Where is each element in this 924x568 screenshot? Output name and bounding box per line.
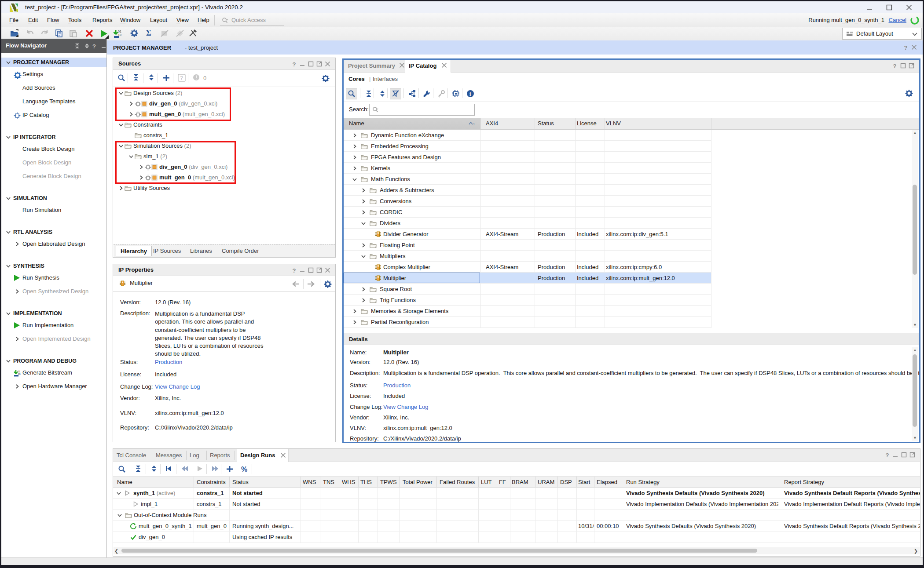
- sources-tree-item-Simulation Sources[interactable]: Simulation Sources (2): [114, 141, 335, 151]
- ipcat-info-button[interactable]: i: [465, 88, 476, 99]
- ipcat-row-floating-point[interactable]: Floating Point: [344, 240, 711, 251]
- runs-percent-button[interactable]: %: [241, 465, 249, 474]
- ipcat-row-dynamic-function-exchange[interactable]: Dynamic Function eXchange: [344, 130, 711, 141]
- ipcat-row-adders-subtracters[interactable]: Adders & Subtracters: [344, 185, 711, 196]
- ipcat-expand-all-button[interactable]: [377, 88, 388, 99]
- ipcat-settings-button[interactable]: [905, 89, 913, 98]
- ipcat-details-scrollbar[interactable]: ▲▼: [912, 347, 918, 441]
- runs-tab-log[interactable]: Log: [190, 449, 199, 462]
- layout-selector[interactable]: Default Layout: [842, 28, 922, 40]
- menu-tools[interactable]: Tools: [63, 13, 86, 27]
- chevron-right-icon[interactable]: [128, 112, 134, 117]
- chevron-down-icon[interactable]: [128, 154, 134, 159]
- flownav-item-open-synthesized-design[interactable]: Open Synthesized Design: [1, 287, 106, 296]
- tab-project-summary-close[interactable]: [399, 62, 405, 69]
- runs-column-tpws[interactable]: TPWS: [380, 477, 397, 488]
- redo-button[interactable]: [40, 29, 50, 39]
- ipcat-add-ip-button[interactable]: [407, 88, 418, 99]
- runs-tab-design-runs-close[interactable]: [280, 452, 286, 459]
- flownav-section-program-and-debug[interactable]: PROGRAM AND DEBUG: [1, 356, 106, 366]
- ipcat-row-fpga-features-and-design[interactable]: FPGA Features and Design: [344, 152, 711, 163]
- runs-column-uram[interactable]: URAM: [538, 477, 554, 488]
- chevron-right-icon[interactable]: [361, 199, 366, 204]
- runs-fast-forward-button[interactable]: [211, 465, 220, 474]
- flownav-item-generate-block-design[interactable]: Generate Block Design: [1, 171, 106, 181]
- menu-flow[interactable]: Flow: [42, 13, 64, 27]
- ipcat-row-conversions[interactable]: Conversions: [344, 196, 711, 207]
- menu-window[interactable]: Window: [115, 13, 145, 27]
- close-window-button[interactable]: [899, 1, 919, 13]
- runs-column-total-power[interactable]: Total Power: [403, 477, 433, 488]
- project-manager-close-button[interactable]: [910, 44, 918, 51]
- ipcat-row-kernels[interactable]: Kernels: [344, 163, 711, 174]
- flownav-section-project-manager[interactable]: PROJECT MANAGER: [1, 58, 106, 67]
- chevron-down-icon[interactable]: [118, 91, 124, 96]
- ipcat-search-button[interactable]: [346, 88, 357, 99]
- runs-column-tns[interactable]: TNS: [323, 477, 334, 488]
- ipcat-row-memories-storage-elements[interactable]: Memories & Storage Elements: [344, 306, 711, 317]
- scroll-down-arrow[interactable]: ▼: [912, 435, 918, 441]
- chevron-right-icon[interactable]: [139, 164, 144, 170]
- menu-layout[interactable]: Layout: [145, 13, 172, 27]
- runs-maximize-button[interactable]: [900, 451, 908, 459]
- chevron-down-icon[interactable]: [116, 491, 121, 496]
- flownav-item-open-block-design[interactable]: Open Block Design: [1, 158, 106, 167]
- ipcat-column-vlnv[interactable]: VLNV: [606, 120, 621, 127]
- ipcat-collapse-all-button[interactable]: [363, 88, 374, 99]
- ipcat-row-complex-multiplier[interactable]: Complex MultiplierAXI4-StreamProductionI…: [344, 262, 711, 273]
- ipcat-row-cordic[interactable]: CORDIC: [344, 207, 711, 218]
- runs-tab-tcl-console[interactable]: Tcl Console: [117, 449, 146, 462]
- chevron-down-icon[interactable]: [118, 143, 124, 149]
- runs-column-ff[interactable]: FF: [499, 477, 506, 488]
- sources-tab-libraries[interactable]: Libraries: [186, 246, 216, 256]
- cancel-link[interactable]: Cancel: [889, 13, 906, 27]
- flownav-item-run-synthesis[interactable]: Run Synthesis: [1, 273, 106, 283]
- paste-button[interactable]: [68, 29, 79, 39]
- chevron-right-icon[interactable]: [352, 155, 357, 160]
- chevron-right-icon[interactable]: [118, 186, 124, 191]
- report-sigma-button[interactable]: Σ: [145, 29, 155, 39]
- chevron-right-icon[interactable]: [128, 101, 134, 106]
- runs-expand-all-button[interactable]: [150, 465, 159, 474]
- details-value[interactable]: View Change Log: [383, 404, 428, 410]
- runs-rewind-button[interactable]: [181, 465, 190, 474]
- scroll-up-arrow[interactable]: ▲: [912, 347, 918, 353]
- runs-tab-reports[interactable]: Reports: [210, 449, 230, 462]
- ipcat-row-embedded-processing[interactable]: Embedded Processing: [344, 141, 711, 152]
- flownav-item-settings[interactable]: Settings: [1, 69, 106, 79]
- ipcat-row-multipliers[interactable]: Multipliers: [344, 251, 711, 262]
- runs-column-bram[interactable]: BRAM: [512, 477, 528, 488]
- runs-column-name[interactable]: Name: [117, 477, 132, 488]
- tab-ip-catalog-close[interactable]: [441, 62, 447, 69]
- runs-column-report-strategy[interactable]: Report Strategy: [784, 477, 824, 488]
- sources-tree-item-div_gen_0-sim[interactable]: div_gen_0 (div_gen_0.xci): [114, 162, 335, 172]
- sources-tree-item-Design Sources[interactable]: Design Sources (2): [114, 88, 335, 98]
- chevron-right-icon[interactable]: [361, 210, 366, 215]
- flownav-item-open-elaborated-design[interactable]: Open Elaborated Design: [1, 239, 106, 249]
- flownav-section-simulation[interactable]: SIMULATION: [1, 193, 106, 203]
- ipprops-value-status[interactable]: Production: [155, 359, 182, 365]
- scroll-thumb[interactable]: [913, 354, 917, 427]
- settings-gear-button[interactable]: [130, 29, 140, 39]
- ipcat-row-partial-reconfiguration[interactable]: Partial Reconfiguration: [344, 317, 711, 328]
- ipprops-value-change-log[interactable]: View Change Log: [155, 383, 200, 390]
- sources-tree-item-sim_1[interactable]: sim_1 (2): [114, 151, 335, 162]
- chevron-down-icon[interactable]: [352, 177, 357, 182]
- runs-row-out-of-context-module-runs[interactable]: Out-of-Context Module Runs: [113, 510, 920, 521]
- runs-help-button[interactable]: ?: [883, 451, 891, 459]
- chevron-right-icon[interactable]: [352, 133, 357, 138]
- runs-column-start[interactable]: Start: [578, 477, 590, 488]
- ipcat-column-name[interactable]: Name: [349, 120, 364, 127]
- maximize-window-button[interactable]: [879, 1, 899, 13]
- menu-reports[interactable]: Reports: [88, 13, 117, 27]
- sources-tree-item-Constraints[interactable]: Constraints: [114, 120, 335, 130]
- ipcat-row-divider-generator[interactable]: Divider GeneratorAXI4-StreamProductionIn…: [344, 229, 711, 240]
- ipcat-help-button[interactable]: ?: [891, 62, 899, 69]
- ipcat-row-square-root[interactable]: Square Root: [344, 284, 711, 295]
- probes-button[interactable]: [188, 29, 198, 39]
- chevron-down-icon[interactable]: [118, 122, 124, 127]
- scroll-up-arrow[interactable]: ▲: [912, 130, 918, 136]
- runs-column-constraints[interactable]: Constraints: [197, 477, 226, 488]
- ipcat-key-disabled-button[interactable]: [436, 88, 447, 99]
- undo-button[interactable]: [26, 29, 36, 39]
